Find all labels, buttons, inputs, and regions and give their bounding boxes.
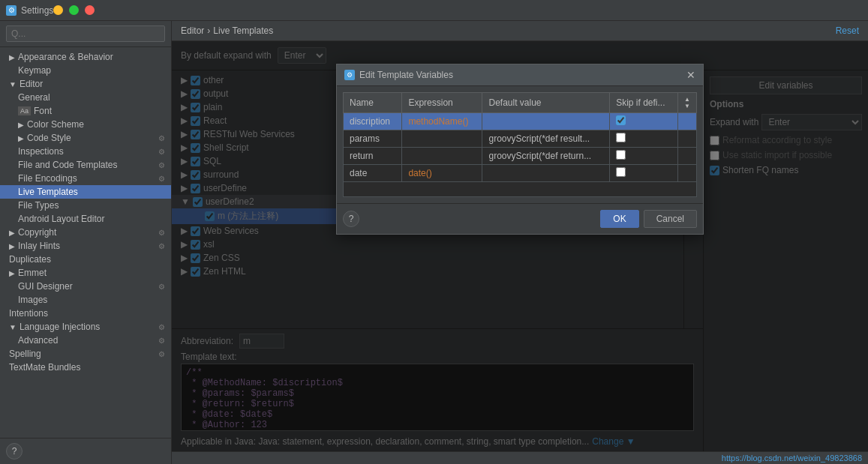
- skip-checkbox-return[interactable]: [616, 150, 626, 160]
- dialog-cancel-button[interactable]: Cancel: [644, 210, 697, 228]
- sidebar-item-color-scheme[interactable]: ▶ Color Scheme: [0, 118, 171, 131]
- cell-name: date: [344, 165, 402, 182]
- table-row-discription[interactable]: discription methodName(): [344, 113, 697, 130]
- cell-name: return: [344, 148, 402, 165]
- scroll-down-icon: ▼: [684, 103, 690, 109]
- sidebar-item-gui-designer[interactable]: GUI Designer ⚙: [0, 280, 171, 293]
- sidebar-item-spelling[interactable]: Spelling ⚙: [0, 347, 171, 361]
- cell-empty: [678, 165, 697, 182]
- sidebar-item-android-layout[interactable]: Android Layout Editor: [0, 212, 171, 226]
- sidebar-item-emmet[interactable]: ▶ Emmet: [0, 266, 171, 280]
- status-url[interactable]: https://blog.csdn.net/weixin_49823868: [722, 454, 862, 463]
- scroll-up-icon: ▲: [684, 96, 690, 103]
- sidebar-item-label: Inspections: [18, 146, 64, 157]
- dialog-ok-button[interactable]: OK: [600, 210, 638, 228]
- sidebar-item-file-encodings[interactable]: File Encodings ⚙: [0, 172, 171, 185]
- search-input[interactable]: [6, 25, 165, 42]
- table-row-empty1: [344, 182, 697, 197]
- sidebar-item-label: Intentions: [9, 308, 48, 319]
- sidebar-item-label: General: [18, 92, 50, 103]
- sidebar-item-copyright[interactable]: ▶ Copyright ⚙: [0, 226, 171, 239]
- sidebar-item-duplicates[interactable]: Duplicates: [0, 253, 171, 266]
- dialog-help-button[interactable]: ?: [343, 211, 359, 227]
- sidebar-item-editor[interactable]: ▼ Editor: [0, 77, 171, 91]
- expand-arrow-icon: ▶: [18, 121, 24, 129]
- cell-empty: [678, 130, 697, 148]
- sidebar-item-intentions[interactable]: Intentions: [0, 307, 171, 320]
- window-controls: [53, 5, 95, 15]
- close-button[interactable]: [85, 5, 95, 15]
- sidebar-item-keymap[interactable]: Keymap: [0, 64, 171, 77]
- cell-name: discription: [344, 113, 402, 130]
- skip-checkbox-discription[interactable]: [616, 115, 626, 125]
- cell-skip: [610, 113, 678, 130]
- sidebar-item-inspections[interactable]: Inspections ⚙: [0, 145, 171, 158]
- settings-icon: ⚙: [158, 337, 165, 345]
- cell-expression: [402, 148, 482, 165]
- table-row-params[interactable]: params groovyScript(*def result...: [344, 130, 697, 148]
- dialog-close-button[interactable]: ✕: [686, 69, 695, 81]
- cell-empty: [678, 113, 697, 130]
- sidebar-item-textmate[interactable]: TextMate Bundles: [0, 361, 171, 374]
- table-row-date[interactable]: date date(): [344, 165, 697, 182]
- sidebar-item-language-injections[interactable]: ▼ Language Injections ⚙: [0, 320, 171, 334]
- sidebar-item-label: Editor: [20, 79, 43, 89]
- sidebar-item-label: Inlay Hints: [18, 241, 60, 251]
- sidebar-item-label: Android Layout Editor: [18, 214, 104, 224]
- dialog-overlay: ⚙ Edit Template Variables ✕ Name Express…: [172, 41, 868, 451]
- sidebar-item-label: File Types: [18, 200, 59, 211]
- expand-arrow-icon: ▼: [9, 80, 17, 88]
- sidebar-item-label: Language Injections: [20, 322, 100, 332]
- variables-table: Name Expression Default value Skip if de…: [343, 92, 697, 197]
- expand-arrow-icon: ▶: [9, 229, 15, 237]
- cell-default: groovyScript(*def return...: [482, 148, 610, 165]
- sidebar-item-images[interactable]: Images: [0, 293, 171, 307]
- content-header: Editor › Live Templates Reset: [172, 21, 868, 41]
- dialog-footer: ? OK Cancel: [337, 203, 703, 234]
- sidebar-item-font[interactable]: Aa Font: [0, 104, 171, 118]
- status-bar: https://blog.csdn.net/weixin_49823868: [172, 451, 868, 464]
- breadcrumb-parent: Editor: [181, 25, 204, 36]
- dialog-button-group: OK Cancel: [600, 210, 697, 228]
- sidebar: ▶ Appearance & Behavior Keymap ▼ Editor …: [0, 21, 172, 464]
- sidebar-item-inlay-hints[interactable]: ▶ Inlay Hints ⚙: [0, 239, 171, 253]
- table-row-return[interactable]: return groovyScript(*def return...: [344, 148, 697, 165]
- sidebar-tree: ▶ Appearance & Behavior Keymap ▼ Editor …: [0, 47, 171, 438]
- sidebar-item-file-types[interactable]: File Types: [0, 199, 171, 212]
- sidebar-item-label: GUI Designer: [18, 281, 73, 292]
- edit-variables-dialog: ⚙ Edit Template Variables ✕ Name Express…: [336, 64, 704, 235]
- sidebar-item-label: Live Templates: [18, 187, 78, 197]
- dialog-body: Name Expression Default value Skip if de…: [337, 86, 703, 203]
- skip-checkbox-params[interactable]: [616, 133, 626, 142]
- sidebar-item-label: Appearance & Behavior: [18, 52, 113, 62]
- expand-arrow-icon: ▶: [9, 53, 15, 61]
- sidebar-item-code-style[interactable]: ▶ Code Style ⚙: [0, 131, 171, 145]
- settings-icon: ⚙: [158, 350, 165, 358]
- sidebar-item-advanced[interactable]: Advanced ⚙: [0, 334, 171, 347]
- content-body: By default expand with Enter Tab Space ▶: [172, 41, 868, 451]
- maximize-button[interactable]: [69, 5, 79, 15]
- title-text: Settings: [21, 5, 53, 16]
- cell-default: [482, 113, 610, 130]
- help-section: ?: [0, 438, 171, 464]
- reset-button[interactable]: Reset: [836, 25, 859, 36]
- sidebar-item-label: TextMate Bundles: [9, 362, 80, 373]
- cell-expression: methodName(): [402, 113, 482, 130]
- skip-checkbox-date[interactable]: [616, 167, 626, 177]
- settings-icon: ⚙: [158, 283, 165, 291]
- sidebar-item-label: Font: [34, 106, 52, 116]
- content-area: Editor › Live Templates Reset By default…: [172, 21, 868, 464]
- sidebar-item-live-templates[interactable]: Live Templates: [0, 185, 171, 199]
- help-button[interactable]: ?: [6, 443, 23, 460]
- breadcrumb-separator: ›: [207, 25, 210, 36]
- minimize-button[interactable]: [53, 5, 63, 15]
- sidebar-item-label: File Encodings: [18, 173, 77, 184]
- col-name: Name: [344, 93, 402, 113]
- sidebar-item-general[interactable]: General: [0, 91, 171, 104]
- col-expression: Expression: [402, 93, 482, 113]
- sidebar-item-file-templates[interactable]: File and Code Templates ⚙: [0, 158, 171, 172]
- sidebar-item-appearance[interactable]: ▶ Appearance & Behavior: [0, 50, 171, 64]
- col-default: Default value: [482, 93, 610, 113]
- sidebar-item-label: Color Scheme: [27, 119, 84, 130]
- search-box: [0, 21, 171, 47]
